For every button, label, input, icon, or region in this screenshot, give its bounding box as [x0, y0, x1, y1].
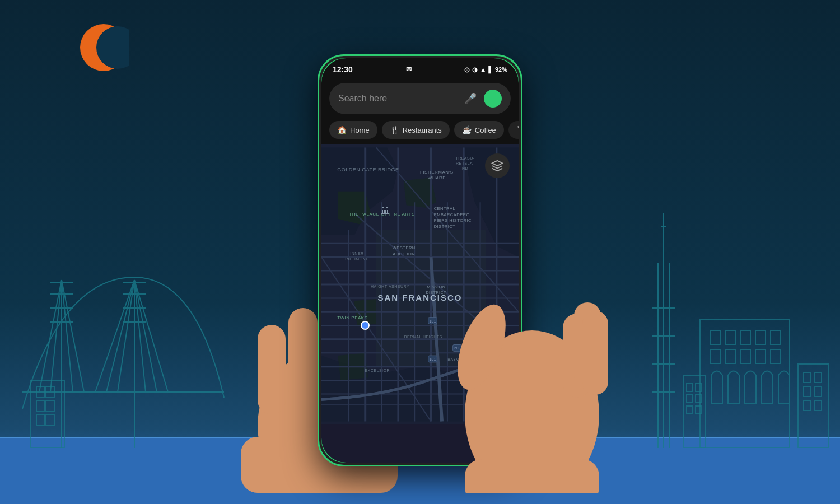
map-label-twins: Twin Peaks [337, 315, 367, 320]
svg-line-19 [39, 280, 62, 392]
svg-rect-68 [687, 406, 692, 414]
svg-rect-55 [771, 349, 781, 363]
phone-container: 12:30 ✉ ◎ ◑ ▲ ▌ 92% Search here [274, 45, 566, 493]
svg-rect-51 [710, 349, 720, 363]
svg-rect-57 [804, 372, 810, 382]
chip-coffee[interactable]: ☕ Coffee [454, 121, 504, 139]
scene: 12:30 ✉ ◎ ◑ ▲ ▌ 92% Search here [0, 0, 840, 504]
bars-chip-icon: 🍸 [516, 125, 519, 134]
svg-rect-61 [804, 400, 810, 410]
layers-button[interactable] [485, 153, 510, 178]
moon-icon [78, 22, 129, 73]
message-icon: ✉ [406, 66, 412, 73]
coffee-chip-icon: ☕ [462, 125, 472, 134]
svg-rect-117 [582, 311, 608, 395]
search-bar[interactable]: Search here 🎤 [329, 83, 511, 114]
palace-icon: 🏛 [381, 206, 390, 216]
wifi-icon: ▲ [480, 66, 486, 73]
svg-rect-74 [258, 325, 286, 414]
chip-coffee-label: Coffee [475, 126, 496, 134]
map-label-excelsior: EXCELSIOR [365, 368, 390, 372]
svg-line-27 [134, 280, 157, 392]
map-label-richmond: INNERRICHMOND [345, 251, 369, 262]
svg-rect-47 [725, 330, 735, 344]
chip-restaurants-label: Restaurants [403, 126, 442, 134]
svg-rect-75 [288, 308, 318, 403]
status-center-icons: ✉ [406, 66, 412, 73]
svg-line-22 [62, 280, 84, 392]
chips-container: 🏠 Home 🍴 Restaurants ☕ Coffee 🍸 B... [321, 121, 519, 144]
svg-rect-32 [36, 400, 45, 412]
svg-rect-60 [815, 386, 822, 396]
map-label-bernal: BERNAL HEIGHTS [404, 335, 442, 339]
svg-line-21 [62, 280, 73, 392]
status-time: 12:30 [333, 65, 353, 74]
mic-icon[interactable]: 🎤 [461, 90, 479, 108]
svg-rect-33 [46, 400, 54, 412]
map-label-ggbridge: Golden Gate Bridge [337, 167, 399, 172]
battery-icon: 92% [495, 66, 507, 73]
svg-rect-62 [815, 400, 822, 410]
svg-rect-52 [725, 349, 735, 363]
restaurants-chip-icon: 🍴 [390, 125, 399, 134]
chip-home[interactable]: 🏠 Home [329, 121, 377, 139]
map-label-sf: San Francisco [377, 293, 462, 302]
status-right-icons: ◎ ◑ ▲ ▌ 92% [464, 66, 507, 73]
chip-home-label: Home [350, 126, 370, 134]
brightness-icon: ◑ [472, 66, 478, 73]
svg-rect-118 [465, 459, 599, 493]
map-label-embarcadero: CentralEmbarcaderoPiers HistoricDistrict [434, 206, 472, 230]
svg-rect-66 [687, 395, 692, 403]
map-label-haight: HAIGHT-ASHBURY [371, 284, 409, 288]
map-label-fishermans: FISHERMAN'SWHARF [420, 170, 453, 181]
svg-text:101: 101 [430, 319, 436, 323]
search-placeholder: Search here [338, 94, 461, 104]
location-icon: ◎ [464, 66, 470, 73]
map-label-treasure: TREASU-RE ISLA-ND [455, 156, 474, 171]
svg-line-23 [95, 280, 134, 392]
svg-text:101: 101 [430, 357, 436, 361]
svg-rect-56 [798, 364, 829, 448]
svg-rect-48 [740, 330, 750, 344]
svg-rect-54 [755, 349, 766, 363]
map-label-western: WESTERNADDITION [393, 245, 416, 257]
svg-rect-58 [815, 372, 822, 382]
svg-rect-49 [755, 330, 766, 344]
svg-rect-35 [46, 414, 54, 426]
search-bar-container: Search here 🎤 [321, 78, 519, 121]
chip-bars[interactable]: 🍸 B... [508, 121, 519, 139]
signal-icon: ▌ [488, 66, 493, 73]
svg-rect-34 [36, 414, 45, 426]
svg-rect-64 [687, 384, 692, 391]
hand-right [454, 258, 610, 493]
svg-rect-53 [740, 349, 750, 363]
chip-restaurants[interactable]: 🍴 Restaurants [382, 121, 450, 139]
green-dot-button[interactable] [484, 90, 502, 108]
svg-rect-46 [710, 330, 720, 344]
svg-rect-59 [804, 386, 810, 396]
home-chip-icon: 🏠 [337, 125, 347, 134]
svg-rect-50 [771, 330, 781, 344]
status-bar: 12:30 ✉ ◎ ◑ ▲ ▌ 92% [321, 58, 519, 78]
